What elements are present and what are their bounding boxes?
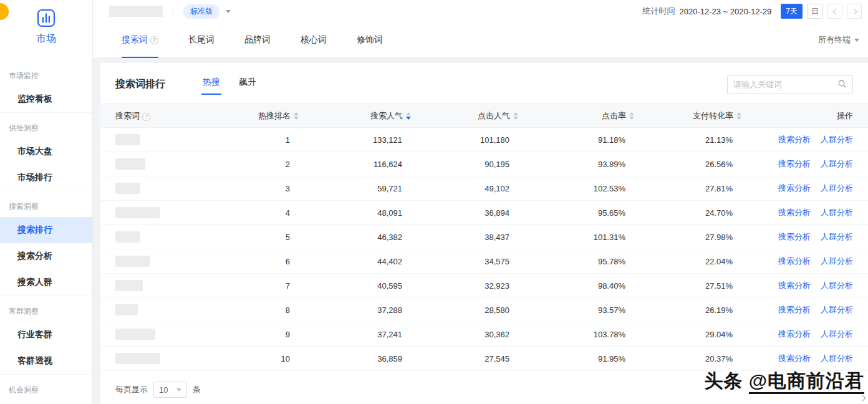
subtab-soaring[interactable]: 飙升 (238, 74, 258, 95)
search-icon[interactable] (837, 79, 847, 90)
actions-cell: 搜索分析人群分析 (743, 225, 868, 249)
actions-cell: 搜索分析人群分析 (743, 347, 868, 371)
table-row: 837,28828,58093.57%26.19%搜索分析人群分析 (100, 298, 868, 322)
sidebar-item-search-analysis[interactable]: 搜索分析 (0, 243, 92, 269)
click-rate-cell: 93.89% (519, 152, 635, 176)
chevron-right-icon (860, 395, 866, 402)
sort-desc-icon (406, 117, 411, 120)
word-tabs: 搜索词?长尾词品牌词核心词修饰词 (122, 22, 413, 57)
sidebar-item-market-rank[interactable]: 市场排行 (0, 165, 92, 191)
search-analysis-link[interactable]: 搜索分析 (778, 232, 811, 241)
crowd-analysis-link[interactable]: 人群分析 (821, 305, 853, 314)
search-term-cell (100, 128, 225, 152)
sidebar-item-search-rank[interactable]: 搜索排行 (0, 217, 92, 243)
crowd-analysis-link[interactable]: 人群分析 (821, 135, 853, 144)
search-term-cell (100, 225, 225, 249)
actions-cell: 搜索分析人群分析 (743, 322, 868, 347)
prev-period-button[interactable] (827, 4, 842, 19)
range-day-button[interactable]: 日 (807, 4, 823, 19)
crowd-analysis-link[interactable]: 人群分析 (821, 208, 853, 217)
search-popularity-cell: 37,288 (300, 298, 412, 322)
divider (173, 7, 173, 16)
sort-icon[interactable] (513, 112, 518, 120)
sidebar-section-supply-insight: 供给洞察 (0, 112, 92, 138)
column-label: 点击人气 (478, 111, 510, 120)
terminal-filter[interactable]: 所有终端 (818, 22, 859, 57)
next-page-chevron[interactable] (861, 393, 866, 402)
tab-core-word[interactable]: 核心词 (301, 22, 327, 57)
pay-conversion-cell: 27.51% (635, 274, 743, 298)
search-analysis-link[interactable]: 搜索分析 (778, 135, 811, 144)
keyword-search-box (727, 75, 853, 94)
word-type-tabbar: 搜索词?长尾词品牌词核心词修饰词 所有终端 (93, 22, 868, 58)
next-period-button[interactable] (847, 4, 862, 19)
redacted-term (115, 207, 160, 218)
chevron-down-icon (176, 388, 181, 392)
click-rate-cell: 95.65% (519, 201, 635, 225)
sort-icon[interactable] (736, 112, 741, 120)
chevron-right-icon (851, 8, 857, 14)
subtab-hot-search[interactable]: 热搜 (201, 74, 221, 95)
search-analysis-link[interactable]: 搜索分析 (778, 256, 811, 266)
column-header-hot-rank[interactable]: 热搜排名 (225, 104, 300, 128)
column-header-click-popularity[interactable]: 点击人气 (412, 104, 519, 128)
chevron-down-icon[interactable] (226, 10, 231, 13)
click-rate-cell: 102.53% (519, 176, 635, 201)
tab-long-tail-word[interactable]: 长尾词 (188, 22, 215, 57)
sidebar-section-opportunity-insight: 机会洞察 (0, 374, 92, 400)
search-analysis-link[interactable]: 搜索分析 (778, 354, 811, 363)
page-size-select[interactable]: 10 (153, 382, 187, 398)
search-term-cell (100, 298, 225, 322)
search-popularity-cell: 36,859 (300, 347, 412, 371)
crowd-analysis-link[interactable]: 人群分析 (821, 281, 853, 290)
sidebar-nav: 市场监控监控看板供给洞察市场大盘市场排行搜索洞察搜索排行搜索分析搜索人群客群洞察… (0, 60, 92, 400)
crowd-analysis-link[interactable]: 人群分析 (821, 354, 853, 363)
crowd-analysis-link[interactable]: 人群分析 (821, 329, 853, 339)
crowd-analysis-link[interactable]: 人群分析 (821, 232, 853, 241)
search-analysis-link[interactable]: 搜索分析 (778, 208, 811, 217)
crowd-analysis-link[interactable]: 人群分析 (821, 256, 853, 266)
sidebar-item-search-crowd[interactable]: 搜索人群 (0, 269, 92, 296)
column-header-click-rate[interactable]: 点击率 (519, 104, 635, 128)
column-header-search-popularity[interactable]: 搜索人气 (300, 104, 412, 128)
search-term-cell (100, 347, 225, 371)
market-logo[interactable]: 市场 (0, 0, 92, 60)
range-7d-button[interactable]: 7天 (781, 4, 803, 19)
sort-icon[interactable] (294, 112, 299, 120)
actions-cell: 搜索分析人群分析 (743, 201, 868, 225)
redacted-term (115, 329, 155, 340)
keyword-search-input[interactable] (733, 80, 837, 89)
tab-modifier-word[interactable]: 修饰词 (357, 22, 383, 57)
sidebar-section-market-monitor: 市场监控 (0, 60, 92, 86)
watermark-prefix: 头条 (704, 370, 743, 391)
sort-icon[interactable] (629, 112, 634, 120)
column-label: 操作 (837, 111, 853, 120)
search-analysis-link[interactable]: 搜索分析 (778, 183, 811, 193)
sidebar-item-market-overview[interactable]: 市场大盘 (0, 138, 92, 165)
column-header-pay-conversion[interactable]: 支付转化率 (635, 104, 743, 128)
sidebar-item-customer-perspective[interactable]: 客群透视 (0, 348, 92, 374)
click-rate-cell: 98.40% (519, 274, 635, 298)
hot-rank-cell: 2 (225, 152, 300, 176)
search-popularity-cell: 37,241 (300, 322, 412, 347)
search-analysis-link[interactable]: 搜索分析 (778, 281, 811, 290)
sort-icon[interactable] (406, 112, 411, 120)
sidebar-item-monitor-board[interactable]: 监控看板 (0, 86, 92, 112)
search-analysis-link[interactable]: 搜索分析 (778, 305, 811, 314)
crowd-analysis-link[interactable]: 人群分析 (821, 159, 853, 168)
crowd-analysis-link[interactable]: 人群分析 (821, 183, 853, 193)
column-label: 搜索人气 (370, 111, 403, 120)
pay-conversion-cell: 26.19% (635, 298, 743, 322)
click-rate-cell: 95.78% (519, 249, 635, 274)
tab-brand-word[interactable]: 品牌词 (244, 22, 271, 57)
search-analysis-link[interactable]: 搜索分析 (778, 159, 811, 168)
hot-rank-cell: 4 (225, 201, 300, 225)
sidebar-item-industry-customer[interactable]: 行业客群 (0, 322, 92, 348)
page-size-value: 10 (159, 385, 168, 395)
tab-search-word[interactable]: 搜索词? (122, 22, 158, 57)
sort-asc-icon (513, 112, 518, 115)
logo-label: 市场 (0, 32, 92, 46)
hot-rank-cell: 8 (225, 298, 300, 322)
sort-asc-icon (736, 112, 741, 115)
search-analysis-link[interactable]: 搜索分析 (778, 329, 811, 339)
